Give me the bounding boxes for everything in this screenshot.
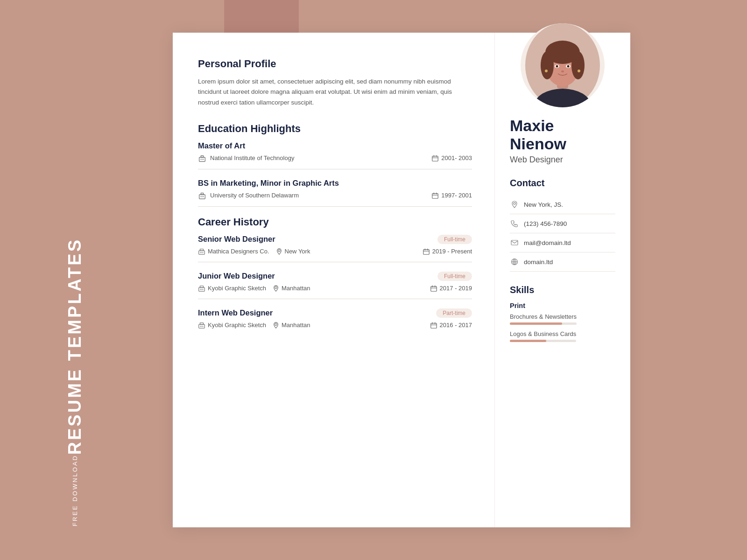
contact-email: mail@domain.ltd <box>510 233 615 252</box>
skills-title: Skills <box>510 285 534 295</box>
edu-date-2: 1997- 2001 <box>431 192 472 199</box>
location-contact-icon <box>510 200 519 209</box>
sidebar-text: RESUME TEMPLATES FREE DOWNLOAD <box>28 0 121 560</box>
company-icon-2 <box>198 285 205 292</box>
calendar-icon-career-2 <box>430 285 437 292</box>
resume-templates-label: RESUME TEMPLATES <box>65 238 85 455</box>
svg-rect-14 <box>432 193 438 198</box>
svg-rect-10 <box>201 193 203 195</box>
building-icon-1 <box>198 154 206 162</box>
name-section: Maxie Nienow Web Designer <box>510 117 566 176</box>
career-meta-1: Mathica Designers Co. New York <box>198 248 472 255</box>
location-icon-3 <box>273 322 279 329</box>
location-icon-2 <box>273 285 279 292</box>
edu-degree-2: BS in Marketing, Minor in Graphic Arts <box>198 179 472 188</box>
edu-institution-1: National Institute of Technology <box>210 154 294 161</box>
globe-icon <box>510 257 519 266</box>
contact-address: New York, JS. <box>510 195 615 214</box>
profile-photo <box>525 23 600 107</box>
career-header-3: Intern Web Designer Part-time <box>198 308 472 318</box>
person-name: Maxie Nienow <box>510 117 566 153</box>
svg-point-33 <box>275 287 277 288</box>
svg-point-54 <box>571 51 585 79</box>
skill-logos: Logos & Business Cards <box>510 330 576 342</box>
career-badge-3: Part-time <box>436 308 472 318</box>
svg-point-58 <box>567 65 570 68</box>
career-badge-2: Full-time <box>437 272 472 281</box>
svg-point-57 <box>556 65 558 68</box>
resume-card: Personal Profile Lorem ipsum dolor sit a… <box>173 33 630 527</box>
edu-date-1: 2001- 2003 <box>431 154 472 162</box>
svg-point-43 <box>275 323 277 325</box>
contact-phone-text: (123) 456-7890 <box>524 220 567 227</box>
skill-bar-bg-brochures <box>510 322 577 325</box>
contact-website: domain.ltd <box>510 252 615 272</box>
svg-point-23 <box>278 250 280 252</box>
career-location-3: Manhattan <box>273 322 310 329</box>
skill-bar-fill-logos <box>510 340 546 342</box>
calendar-icon-career-1 <box>423 248 430 255</box>
svg-point-61 <box>578 70 580 72</box>
location-icon-1 <box>276 248 282 255</box>
skill-label-logos: Logos & Business Cards <box>510 330 576 337</box>
photo-circle <box>521 23 605 107</box>
contact-title: Contact <box>510 178 544 189</box>
career-job-title-3: Intern Web Designer <box>198 308 273 317</box>
svg-rect-5 <box>432 156 438 161</box>
career-badge-1: Full-time <box>437 235 472 244</box>
career-job-title-1: Senior Web Designer <box>198 235 275 244</box>
person-role: Web Designer <box>510 155 566 165</box>
skill-brochures: Brochures & Newsletters <box>510 313 577 325</box>
svg-rect-24 <box>423 249 429 254</box>
edu-divider-1 <box>198 169 472 169</box>
phone-icon <box>510 219 519 228</box>
svg-point-53 <box>541 51 554 79</box>
career-item-3: Intern Web Designer Part-time Kyobi Grap… <box>198 308 472 329</box>
career-item-1: Senior Web Designer Full-time Mathica De… <box>198 235 472 255</box>
contact-phone: (123) 456-7890 <box>510 214 615 233</box>
calendar-icon-career-3 <box>430 322 437 329</box>
svg-rect-34 <box>430 286 436 291</box>
edu-institution-2: University of Southern Delawarm <box>210 192 299 199</box>
calendar-icon-2 <box>431 192 439 199</box>
calendar-icon-1 <box>431 154 439 162</box>
svg-rect-39 <box>200 322 203 324</box>
skill-bar-bg-logos <box>510 340 576 342</box>
svg-point-59 <box>561 70 564 72</box>
right-panel: Maxie Nienow Web Designer Contact New Yo… <box>495 33 630 527</box>
career-job-title-2: Junior Web Designer <box>198 272 275 280</box>
career-company-2: Kyobi Graphic Sketch <box>198 285 266 292</box>
career-company-3: Kyobi Graphic Sketch <box>198 322 266 329</box>
company-icon-1 <box>198 248 205 255</box>
career-company-1: Mathica Designers Co. <box>198 248 269 255</box>
career-location-1: New York <box>276 248 310 255</box>
edu-meta-1: National Institute of Technology 2001- 2… <box>198 154 472 162</box>
svg-rect-63 <box>511 240 518 245</box>
career-date-2: 2017 - 2019 <box>430 285 472 292</box>
career-location-2: Manhattan <box>273 285 310 292</box>
career-date-1: 2019 - Present <box>423 248 472 255</box>
education-item-1: Master of Art National Institute of Tech… <box>198 141 472 162</box>
skill-bar-fill-brochures <box>510 322 562 325</box>
svg-rect-19 <box>200 249 203 251</box>
education-item-2: BS in Marketing, Minor in Graphic Arts U… <box>198 179 472 200</box>
svg-rect-1 <box>201 155 203 157</box>
free-download-label: FREE DOWNLOAD <box>71 455 78 526</box>
contact-email-text: mail@domain.ltd <box>524 239 571 246</box>
career-meta-2: Kyobi Graphic Sketch Manhattan <box>198 285 472 292</box>
career-header-2: Junior Web Designer Full-time <box>198 272 472 281</box>
education-title: Education Highlights <box>198 123 472 135</box>
career-meta-3: Kyobi Graphic Sketch Manhattan <box>198 322 472 329</box>
skills-category-print: Print <box>510 302 525 309</box>
career-divider-1 <box>198 262 472 262</box>
svg-point-62 <box>514 203 515 204</box>
career-title: Career History <box>198 216 472 228</box>
edu-meta-2: University of Southern Delawarm 1997- 20… <box>198 191 472 200</box>
email-icon <box>510 238 519 247</box>
skill-label-brochures: Brochures & Newsletters <box>510 313 577 320</box>
career-item-2: Junior Web Designer Full-time Kyobi Grap… <box>198 272 472 292</box>
svg-point-60 <box>545 70 548 72</box>
building-icon-2 <box>198 191 206 200</box>
contact-address-text: New York, JS. <box>524 201 563 208</box>
edu-degree-1: Master of Art <box>198 141 472 150</box>
